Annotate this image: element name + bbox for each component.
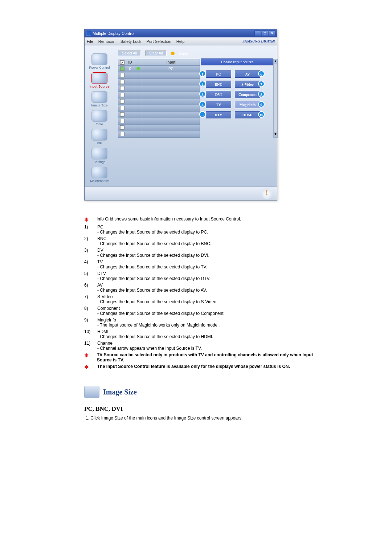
table-row[interactable] — [118, 85, 200, 92]
callout-1: 1 — [199, 70, 206, 77]
check-icon[interactable] — [120, 80, 124, 84]
callout-5: 5 — [199, 111, 206, 118]
check-icon[interactable] — [120, 99, 124, 104]
menu-safety-lock[interactable]: Safety Lock — [121, 39, 141, 44]
busy-indicator-icon — [171, 52, 175, 55]
callout-7: 7 — [258, 81, 265, 87]
table-row[interactable] — [118, 92, 200, 98]
titlebar: Multiple Display Control _ □ × — [85, 29, 277, 37]
maximize-button[interactable]: □ — [262, 31, 268, 36]
star-icon: ✱ — [84, 216, 90, 223]
table-row[interactable] — [118, 112, 200, 118]
image-size-section-icon — [84, 386, 99, 398]
list-item: MagicInfo- The Input source of MagicInfo… — [97, 317, 220, 328]
table-row[interactable] — [118, 118, 200, 125]
table-row[interactable] — [118, 105, 200, 112]
scroll-up-icon[interactable]: ▲ — [274, 59, 277, 64]
note-text: TV Source can be selected only in produc… — [97, 352, 327, 362]
list-number: 7) — [84, 294, 92, 304]
table-row[interactable] — [118, 72, 200, 79]
sidebar-item-settings[interactable]: Settings — [87, 148, 112, 164]
check-icon[interactable] — [120, 112, 124, 117]
sidebar-item-label: Power Control — [89, 66, 110, 69]
grid-header-check[interactable]: ✓ — [118, 59, 126, 66]
menu-port-selection[interactable]: Port Selection — [146, 39, 171, 44]
close-button[interactable]: × — [269, 31, 275, 36]
select-all-button[interactable]: Select All — [118, 50, 141, 56]
check-icon[interactable] — [120, 132, 124, 136]
sidebar-item-input-source[interactable]: Input Source — [87, 72, 112, 88]
brand-logo: SAMSUNG DIGITall — [242, 39, 275, 43]
intro-text: Info Grid shows some basic information n… — [97, 216, 241, 223]
check-icon[interactable] — [120, 93, 124, 97]
check-icon[interactable] — [120, 125, 124, 130]
list-number: 1) — [84, 224, 92, 235]
settings-icon — [91, 148, 107, 159]
grid-scrollbar[interactable]: ▲ ▼ — [273, 59, 278, 138]
sidebar-item-time[interactable]: Time — [87, 110, 112, 126]
source-pc-button[interactable]: PC — [206, 70, 231, 78]
list-item: Component- Changes the Input Source of t… — [97, 306, 225, 316]
source-av-button[interactable]: AV — [235, 70, 260, 78]
scroll-down-icon[interactable]: ▼ — [274, 132, 277, 137]
sidebar-item-power-control[interactable]: Power Control — [87, 53, 112, 69]
check-icon: ✓ — [120, 60, 124, 65]
callout-6: 6 — [258, 70, 265, 77]
list-number: 8) — [84, 306, 92, 316]
check-icon[interactable] — [120, 86, 124, 90]
menu-file[interactable]: File — [87, 39, 93, 44]
app-icon — [86, 31, 91, 36]
sidebar-item-image-size[interactable]: Image Size — [87, 91, 112, 107]
sidebar: Power Control Input Source Image Size Ti… — [85, 45, 114, 186]
app-window: Multiple Display Control _ □ × File Remo… — [84, 29, 277, 200]
input-source-icon — [91, 72, 107, 84]
check-icon[interactable] — [120, 106, 124, 110]
grid-header-input: Input — [142, 59, 200, 66]
source-component-button[interactable]: Component — [235, 91, 260, 98]
source-dtv-button[interactable]: DTV — [206, 111, 231, 118]
sidebar-item-label: Time — [96, 122, 103, 126]
image-size-icon — [91, 91, 107, 103]
source-dvi-button[interactable]: DVI — [206, 91, 231, 98]
list-number: 9) — [84, 317, 92, 328]
list-item: PC- Changes the Input Source of the sele… — [97, 224, 208, 235]
panel-title: Choose Input Source — [201, 58, 273, 65]
table-row[interactable] — [118, 98, 200, 105]
grid-header-id: ID — [126, 59, 134, 66]
busy-label: Busy — [179, 51, 188, 56]
source-hdmi-button[interactable]: HDMI — [235, 111, 260, 118]
minimize-button[interactable]: _ — [254, 31, 261, 36]
list-number: 10) — [84, 329, 92, 339]
check-icon[interactable] — [120, 66, 124, 71]
step-text: 1. Click Image Size of the main icons an… — [86, 416, 327, 421]
warning-icon: ! — [262, 188, 272, 199]
list-item: S-Video- Changes the Input Source of the… — [97, 294, 217, 304]
grid-header-status — [134, 59, 142, 66]
source-tv-button[interactable]: TV — [206, 101, 231, 108]
table-row[interactable] — [118, 131, 200, 138]
check-icon[interactable] — [120, 119, 124, 123]
source-bnc-button[interactable]: BNC — [206, 81, 231, 88]
table-row[interactable] — [118, 79, 200, 85]
menu-remocon[interactable]: Remocon — [98, 39, 115, 44]
list-number: 11) — [84, 341, 92, 351]
callout-10: 10 — [258, 111, 265, 118]
list-number: 5) — [84, 271, 92, 281]
sidebar-item-maintenance[interactable]: Maintenance — [87, 167, 112, 183]
sidebar-item-pip[interactable]: PIP — [87, 129, 112, 145]
callout-4: 4 — [199, 101, 206, 108]
source-svideo-button[interactable]: S-Video — [235, 81, 260, 88]
list-item: Channel- Channel arrow appears when the … — [97, 341, 202, 351]
list-number: 6) — [84, 283, 92, 293]
list-item: DVI- Changes the Input Source of the sel… — [97, 248, 209, 258]
menu-help[interactable]: Help — [176, 39, 185, 44]
sidebar-item-label: Input Source — [89, 85, 109, 88]
clear-all-button[interactable]: Clear All — [145, 50, 167, 56]
table-row[interactable] — [118, 125, 200, 131]
menubar: File Remocon Safety Lock Port Selection … — [85, 37, 277, 45]
info-grid: ✓ ID Input 0 PC — [118, 59, 200, 138]
callout-9: 9 — [258, 101, 265, 108]
check-icon[interactable] — [120, 73, 124, 77]
source-magicinfo-button[interactable]: MagicInfo — [235, 101, 260, 108]
table-row[interactable]: 0 PC — [118, 66, 200, 72]
